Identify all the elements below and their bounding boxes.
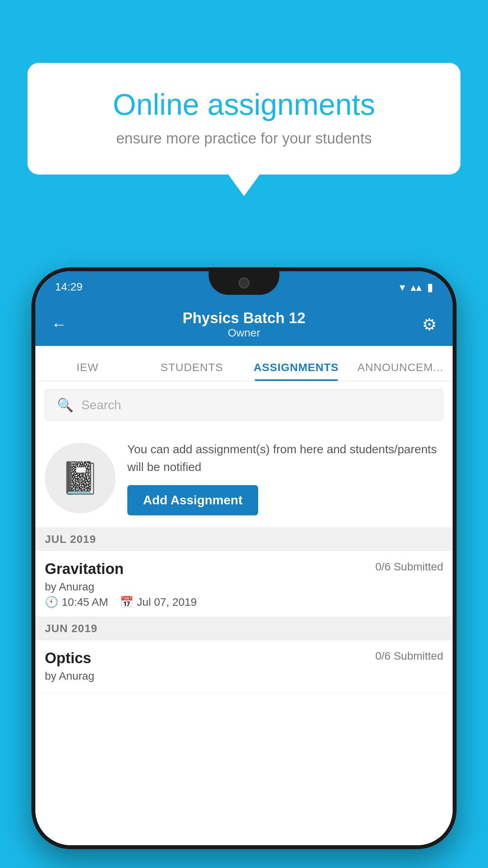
clock-icon: 🕙 bbox=[45, 596, 59, 609]
date-group: 📅 Jul 07, 2019 bbox=[120, 596, 197, 609]
header-title: Physics Batch 12 bbox=[183, 310, 306, 327]
assignment-item-gravitation[interactable]: Gravitation 0/6 Submitted by Anurag 🕙 10… bbox=[35, 551, 453, 617]
phone-container: 14:29 ▾ ▴▴ ▮ ← Physics Batch 12 Owner ⚙ bbox=[31, 267, 457, 868]
screen-inner: 14:29 ▾ ▴▴ ▮ ← Physics Batch 12 Owner ⚙ bbox=[35, 271, 453, 845]
phone-frame: 14:29 ▾ ▴▴ ▮ ← Physics Batch 12 Owner ⚙ bbox=[31, 267, 457, 849]
assignment-item-header-optics: Optics 0/6 Submitted bbox=[45, 650, 443, 667]
section-header-jun: JUN 2019 bbox=[35, 617, 453, 640]
assignment-submitted: 0/6 Submitted bbox=[375, 561, 443, 573]
add-assignment-description: You can add assignment(s) from here and … bbox=[127, 440, 443, 476]
assignment-by: by Anurag bbox=[45, 581, 443, 593]
battery-icon: ▮ bbox=[427, 281, 433, 294]
time-group: 🕙 10:45 AM bbox=[45, 596, 108, 609]
speech-bubble-arrow bbox=[228, 175, 260, 196]
assignment-time: 10:45 AM bbox=[62, 596, 108, 609]
assignment-submitted-optics: 0/6 Submitted bbox=[375, 650, 443, 662]
assignment-icon-circle: 📓 bbox=[45, 443, 116, 513]
assignment-time-date: 🕙 10:45 AM 📅 Jul 07, 2019 bbox=[45, 596, 443, 609]
tab-announcements[interactable]: ANNOUNCEM... bbox=[349, 361, 453, 381]
speech-bubble: Online assignments ensure more practice … bbox=[28, 63, 460, 175]
add-assignment-button[interactable]: Add Assignment bbox=[127, 485, 258, 515]
notebook-icon: 📓 bbox=[61, 460, 100, 497]
tab-assignments[interactable]: ASSIGNMENTS bbox=[244, 361, 349, 381]
header-subtitle: Owner bbox=[183, 327, 306, 339]
signal-icon: ▴▴ bbox=[411, 281, 422, 294]
speech-bubble-container: Online assignments ensure more practice … bbox=[28, 63, 460, 196]
screen-content: 🔍 Search 📓 You can add assignment(s) fro… bbox=[35, 381, 453, 845]
calendar-icon: 📅 bbox=[120, 596, 134, 609]
phone-notch bbox=[209, 271, 279, 295]
add-assignment-card: 📓 You can add assignment(s) from here an… bbox=[35, 428, 453, 528]
wifi-icon: ▾ bbox=[400, 281, 405, 294]
speech-bubble-subtitle: ensure more practice for your students bbox=[59, 130, 429, 147]
section-header-jul: JUL 2019 bbox=[35, 528, 453, 551]
add-assignment-info: You can add assignment(s) from here and … bbox=[127, 440, 443, 515]
assignment-item-header: Gravitation 0/6 Submitted bbox=[45, 561, 443, 577]
header-title-section: Physics Batch 12 Owner bbox=[183, 310, 306, 339]
search-bar-wrapper: 🔍 Search bbox=[35, 381, 453, 428]
assignment-item-optics[interactable]: Optics 0/6 Submitted by Anurag bbox=[35, 640, 453, 693]
tab-students[interactable]: STUDENTS bbox=[140, 361, 244, 381]
status-time: 14:29 bbox=[55, 281, 83, 293]
assignment-by-optics: by Anurag bbox=[45, 670, 443, 682]
app-header: ← Physics Batch 12 Owner ⚙ bbox=[35, 303, 453, 346]
tabs-bar: IEW STUDENTS ASSIGNMENTS ANNOUNCEM... bbox=[35, 346, 453, 381]
search-bar[interactable]: 🔍 Search bbox=[45, 389, 443, 421]
front-camera bbox=[238, 278, 250, 289]
speech-bubble-title: Online assignments bbox=[59, 86, 429, 122]
assignment-date: Jul 07, 2019 bbox=[137, 596, 197, 609]
back-button[interactable]: ← bbox=[51, 316, 67, 333]
search-input[interactable]: Search bbox=[81, 398, 121, 412]
search-icon: 🔍 bbox=[57, 397, 73, 413]
assignment-name-optics: Optics bbox=[45, 650, 91, 667]
settings-icon[interactable]: ⚙ bbox=[422, 315, 437, 334]
assignment-name: Gravitation bbox=[45, 561, 124, 577]
status-icons: ▾ ▴▴ ▮ bbox=[400, 281, 433, 294]
tab-overview[interactable]: IEW bbox=[35, 361, 140, 381]
